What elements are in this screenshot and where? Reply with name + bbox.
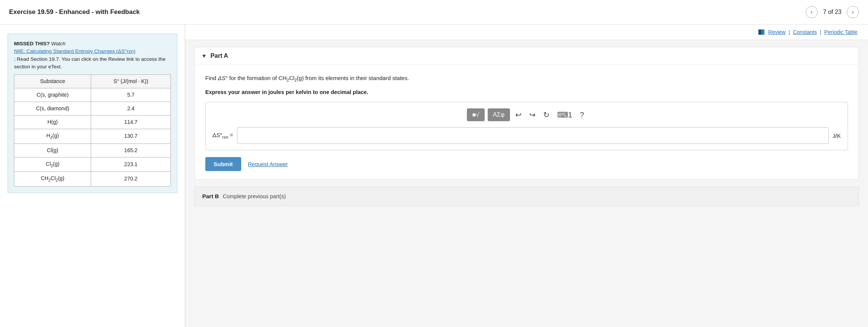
refresh-button[interactable]: ↻: [541, 109, 552, 121]
value-cell: 114.7: [91, 116, 171, 129]
review-icon: [758, 29, 764, 35]
total-pages: of 23: [828, 9, 842, 15]
left-panel: MISSED THIS? Watch IWE: Calculating Stan…: [0, 25, 185, 327]
missed-italic: Watch: [51, 41, 65, 46]
undo-button[interactable]: ↩: [513, 109, 524, 121]
separator-1: |: [789, 29, 790, 35]
math-toolbar: ■√ ΑΣφ ↩ ↪ ↻ ⌨1 ?: [212, 108, 841, 121]
value-cell: 270.2: [91, 172, 171, 187]
current-page: 7: [823, 9, 826, 15]
part-a-section: ▼ Part A Find ΔS° for the formation of C…: [194, 47, 859, 180]
part-b-label: Part B: [202, 193, 219, 199]
table-row: Cl2(g)223.1: [14, 157, 171, 172]
missed-label: MISSED THIS?: [14, 41, 50, 46]
right-panel: Review | Constants | Periodic Table ▼ Pa…: [185, 25, 868, 327]
answer-row: ΔS°rxn = J/K: [212, 127, 841, 144]
value-cell: 130.7: [91, 129, 171, 144]
value-cell: 165.2: [91, 143, 171, 157]
part-a-content: Find ΔS° for the formation of CH2Cl2(g) …: [195, 65, 859, 179]
submit-row: Submit Request Answer: [205, 157, 848, 171]
delta-symbol: Δ: [218, 75, 222, 81]
table-row: H(g)114.7: [14, 116, 171, 129]
unit-label: J/K: [832, 133, 841, 139]
substance-cell: H2(g): [14, 129, 91, 144]
answer-label: ΔS°rxn =: [212, 132, 233, 139]
iwe-link[interactable]: IWE: Calculating Standard Entropy Change…: [14, 48, 135, 54]
table-col1-header: Substance: [14, 75, 91, 88]
top-links-bar: Review | Constants | Periodic Table: [185, 25, 868, 40]
table-row: H2(g)130.7: [14, 129, 171, 144]
part-b-section: Part B Complete previous part(s): [194, 187, 859, 206]
math-template-button[interactable]: ■√: [467, 108, 484, 121]
help-button[interactable]: ?: [578, 109, 586, 121]
submit-button[interactable]: Submit: [205, 157, 241, 171]
problem-instruction: Express your answer in joules per kelvin…: [205, 89, 848, 95]
table-row: CH2Cl2(g)270.2: [14, 172, 171, 187]
collapse-icon: ▼: [202, 53, 207, 59]
answer-input[interactable]: [237, 127, 829, 144]
redo-button[interactable]: ↪: [527, 109, 538, 121]
periodic-table-link[interactable]: Periodic Table: [824, 29, 857, 35]
table-row: C(s, diamond)2.4: [14, 102, 171, 116]
table-row: C(s, graphite)5.7: [14, 88, 171, 102]
value-cell: 2.4: [91, 102, 171, 116]
read-text: ; Read Section 19.7. You can click on th…: [14, 56, 171, 71]
entropy-table: Substance S° (J/(mol · K)) C(s, graphite…: [14, 74, 171, 187]
main-layout: MISSED THIS? Watch IWE: Calculating Stan…: [0, 25, 868, 327]
review-link[interactable]: Review: [768, 29, 786, 35]
substance-cell: CH2Cl2(g): [14, 172, 91, 187]
table-row: Cl(g)165.2: [14, 143, 171, 157]
value-cell: 223.1: [91, 157, 171, 172]
page-header: Exercise 19.59 - Enhanced - with Feedbac…: [0, 0, 868, 25]
separator-2: |: [820, 29, 822, 35]
table-col2-header: S° (J/(mol · K)): [91, 75, 171, 88]
next-page-button[interactable]: ›: [847, 6, 859, 18]
substance-cell: Cl2(g): [14, 157, 91, 172]
constants-link[interactable]: Constants: [793, 29, 817, 35]
missed-this-box: MISSED THIS? Watch IWE: Calculating Stan…: [8, 34, 177, 193]
part-b-text: Complete previous part(s): [223, 193, 286, 199]
symbol-button[interactable]: ΑΣφ: [488, 108, 510, 121]
substance-cell: C(s, diamond): [14, 102, 91, 116]
keyboard-button[interactable]: ⌨1: [555, 109, 575, 121]
problem-text: Find ΔS° for the formation of CH2Cl2(g) …: [205, 73, 848, 84]
exercise-title: Exercise 19.59 - Enhanced - with Feedbac…: [9, 8, 140, 16]
formula-area: ■√ ΑΣφ ↩ ↪ ↻ ⌨1 ? ΔS°rxn =: [205, 102, 848, 150]
prev-page-button[interactable]: ‹: [806, 6, 818, 18]
substance-cell: H(g): [14, 116, 91, 129]
request-answer-link[interactable]: Request Answer: [248, 161, 288, 167]
math-template-icon: ■√: [472, 111, 479, 118]
part-a-header[interactable]: ▼ Part A: [195, 47, 859, 65]
symbol-icon: ΑΣφ: [493, 111, 505, 118]
page-indicator: 7 of 23: [823, 9, 842, 15]
substance-cell: C(s, graphite): [14, 88, 91, 102]
substance-cell: Cl(g): [14, 143, 91, 157]
part-a-title: Part A: [211, 52, 228, 59]
value-cell: 5.7: [91, 88, 171, 102]
pagination-nav: ‹ 7 of 23 ›: [806, 6, 859, 18]
